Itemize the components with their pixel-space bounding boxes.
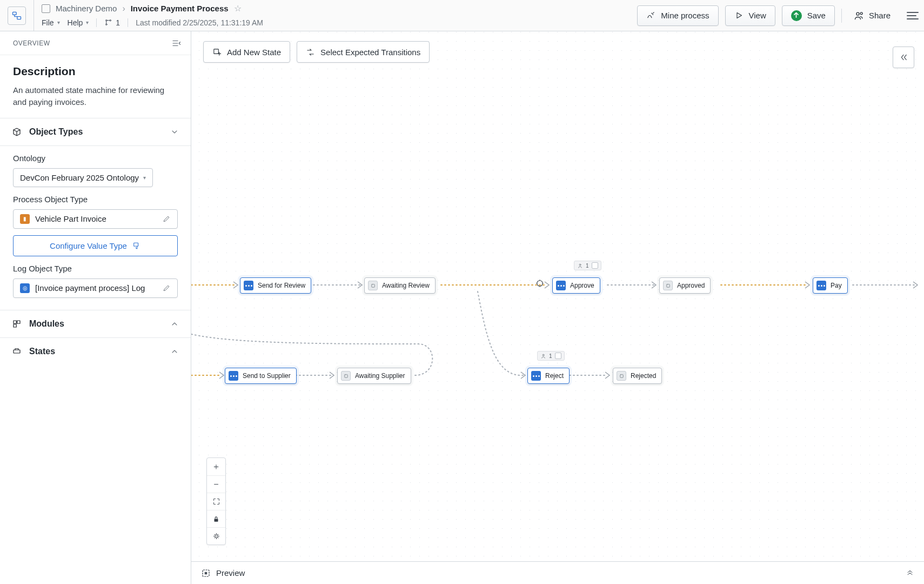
node-rejected[interactable]: Rejected — [613, 368, 662, 384]
edit-icon[interactable] — [163, 215, 171, 223]
node-label: Approve — [570, 282, 594, 289]
node-pay[interactable]: Pay — [813, 277, 848, 294]
badge-count: 1 — [586, 263, 589, 269]
node-awaiting-review[interactable]: Awaiting Review — [364, 277, 436, 294]
log-object-type-value: [Invoice payment process] Log — [35, 283, 145, 293]
save-button-label: Save — [807, 11, 826, 20]
node-label: Awaiting Supplier — [355, 372, 405, 380]
svg-rect-24 — [371, 284, 374, 287]
edges-layer — [191, 31, 924, 561]
breadcrumb-parent[interactable]: Machinery Demo — [56, 4, 117, 13]
add-state-icon — [212, 48, 222, 57]
favorite-star-icon[interactable]: ☆ — [234, 3, 242, 14]
lock-view-button[interactable] — [207, 510, 225, 527]
svg-rect-1 — [17, 16, 21, 19]
add-new-state-label: Add New State — [227, 48, 281, 57]
process-canvas[interactable]: Add New State Select Expected Transition… — [191, 31, 924, 561]
preview-label: Preview — [216, 568, 245, 578]
person-icon — [540, 353, 546, 359]
object-types-header[interactable]: Object Types — [0, 118, 191, 146]
badge-box-icon — [592, 262, 598, 269]
description-heading: Description — [13, 65, 178, 78]
states-label: States — [29, 347, 55, 356]
select-expected-transitions-button[interactable]: Select Expected Transitions — [297, 41, 430, 63]
share-button[interactable]: Share — [848, 5, 896, 26]
svg-point-5 — [856, 12, 859, 15]
add-new-state-button[interactable]: Add New State — [203, 41, 290, 63]
process-object-type-selector[interactable]: ▮ Vehicle Part Invoice — [13, 209, 178, 229]
preview-icon — [201, 568, 211, 578]
badge-box-icon — [555, 353, 561, 359]
transition-badge[interactable]: 1 — [537, 351, 565, 361]
caret-down-icon: ▾ — [86, 19, 89, 25]
view-button[interactable]: View — [725, 5, 775, 26]
svg-rect-27 — [620, 374, 623, 377]
sidebar-header: OVERVIEW — [0, 31, 191, 55]
states-header[interactable]: States — [0, 338, 191, 365]
mine-process-button[interactable]: Mine process — [637, 5, 718, 26]
action-icon — [229, 371, 238, 381]
file-menu[interactable]: File ▾ — [42, 18, 60, 27]
node-approve[interactable]: Approve — [552, 277, 600, 294]
chevron-down-icon — [170, 128, 179, 136]
divider — [128, 18, 128, 27]
node-label: Pay — [831, 282, 842, 289]
mine-icon — [646, 11, 655, 20]
svg-rect-26 — [344, 374, 347, 377]
zoom-out-button[interactable]: − — [207, 475, 225, 493]
sidebar-collapse-icon[interactable] — [171, 38, 181, 48]
header-left: Machinery Demo › Invoice Payment Process… — [34, 0, 637, 31]
svg-rect-10 — [14, 324, 16, 327]
people-icon — [854, 10, 865, 21]
node-approved[interactable]: Approved — [659, 277, 711, 294]
help-menu[interactable]: Help ▾ — [68, 18, 89, 27]
app-logo[interactable] — [0, 0, 34, 31]
configure-value-type-button[interactable]: Configure Value Type — [13, 235, 178, 256]
node-label: Send to Supplier — [243, 372, 291, 380]
node-send-for-review[interactable]: Send for Review — [240, 277, 311, 294]
configure-value-type-label: Configure Value Type — [50, 241, 127, 250]
modules-header[interactable]: Modules — [0, 310, 191, 338]
log-object-type-selector[interactable]: ◎ [Invoice payment process] Log — [13, 278, 178, 298]
recenter-button[interactable] — [207, 527, 225, 545]
svg-rect-9 — [17, 321, 20, 323]
svg-rect-12 — [214, 49, 219, 54]
action-icon — [816, 281, 826, 290]
svg-rect-25 — [666, 284, 669, 287]
right-panel-toggle[interactable] — [893, 47, 914, 68]
breadcrumb-separator-icon: › — [122, 4, 125, 14]
node-label: Reject — [545, 372, 564, 380]
description-section: Description An automated state machine f… — [0, 55, 191, 118]
branch-indicator[interactable]: 1 — [104, 18, 120, 27]
expand-preview-icon[interactable] — [906, 569, 914, 578]
ontology-value: DevCon February 2025 Ontology — [20, 173, 139, 182]
preview-toggle[interactable]: Preview — [201, 568, 245, 578]
transition-badge[interactable]: 1 — [574, 261, 601, 270]
ontology-selector[interactable]: DevCon February 2025 Ontology ▾ — [13, 168, 153, 187]
caret-down-icon: ▾ — [143, 175, 146, 181]
zoom-in-button[interactable]: ＋ — [207, 458, 225, 475]
node-send-to-supplier[interactable]: Send to Supplier — [225, 368, 297, 384]
sidebar: OVERVIEW Description An automated state … — [0, 31, 191, 584]
node-label: Send for Review — [258, 282, 305, 289]
svg-point-28 — [537, 281, 543, 287]
cursor-indicator-icon — [535, 278, 545, 288]
modules-label: Modules — [29, 319, 64, 329]
edit-icon[interactable] — [163, 284, 171, 292]
state-icon — [368, 281, 378, 290]
save-button[interactable]: Save — [782, 5, 835, 26]
object-type-icon: ▮ — [20, 214, 30, 224]
svg-point-6 — [860, 12, 862, 14]
modules-icon — [12, 319, 22, 329]
cube-icon — [12, 127, 22, 137]
zoom-fit-button[interactable] — [207, 493, 225, 510]
svg-rect-7 — [134, 243, 138, 246]
chevron-up-icon — [170, 347, 179, 356]
object-types-label: Object Types — [29, 127, 83, 137]
state-icon — [663, 281, 673, 290]
zoom-controls: ＋ − — [206, 457, 226, 545]
file-menu-label: File — [42, 18, 54, 27]
node-awaiting-supplier[interactable]: Awaiting Supplier — [337, 368, 411, 384]
node-reject[interactable]: Reject — [527, 368, 570, 384]
more-menu-icon[interactable] — [902, 8, 914, 24]
